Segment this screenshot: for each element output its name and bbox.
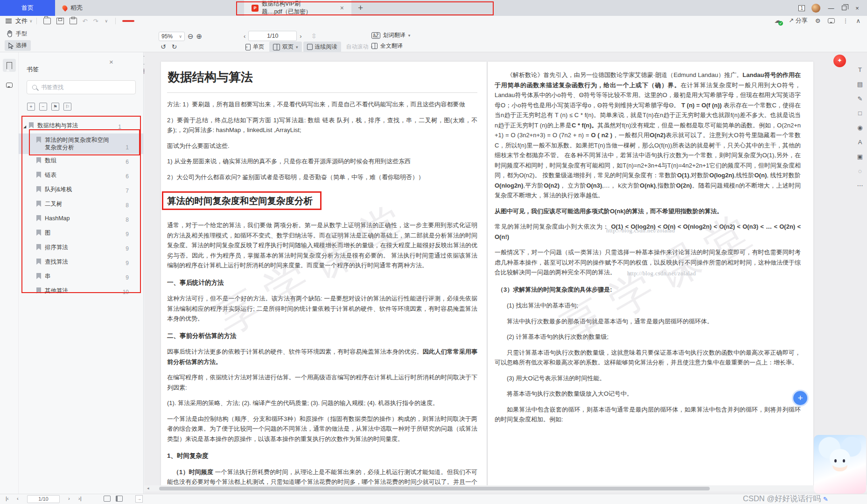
auto-scroll-icon[interactable]: ⇳: [311, 32, 317, 40]
redo-icon[interactable]: ↷: [93, 18, 98, 25]
bookmarks-panel-button[interactable]: [3, 59, 16, 72]
next-page-icon[interactable]: ›: [300, 33, 301, 40]
double-page-view-icon[interactable]: [116, 496, 123, 502]
bookmark-item[interactable]: ◢ 二叉树 8: [19, 197, 144, 212]
file-menu[interactable]: 文件∨: [15, 17, 33, 25]
full-translate-button[interactable]: 全文翻译: [371, 42, 403, 50]
bookmark-item[interactable]: ◢ 数据结构与算法 1: [19, 119, 144, 133]
save-icon[interactable]: [56, 18, 64, 24]
cloud-sync-icon[interactable]: ☁✓: [774, 16, 781, 25]
rotate-left-icon[interactable]: ↺: [161, 43, 166, 50]
menu-tab[interactable]: [178, 20, 190, 22]
next-page-button[interactable]: ›: [68, 496, 70, 501]
word-translate-button[interactable]: åŻ 划词翻译▾: [371, 31, 410, 39]
promo-badge-icon[interactable]: ✦: [833, 55, 846, 67]
toolbar-more-icon[interactable]: ∨: [105, 19, 108, 23]
status-page-input[interactable]: 1/10: [27, 495, 60, 503]
bookmark-item[interactable]: ◢ 队列&堆栈 7: [19, 183, 144, 197]
comments-panel-button[interactable]: [3, 78, 16, 91]
bookmark-item[interactable]: ◢ 查找算法 9: [19, 255, 144, 270]
user-avatar[interactable]: [811, 4, 820, 13]
open-file-icon[interactable]: [43, 18, 51, 24]
menu-tab[interactable]: [160, 20, 172, 22]
single-page-button[interactable]: ≡单页: [242, 42, 268, 52]
print-icon[interactable]: [70, 18, 77, 24]
tab-store[interactable]: 稻壳: [55, 0, 111, 16]
minimize-button[interactable]: —: [827, 5, 835, 12]
bookmark-item[interactable]: ◢ 图 9: [19, 226, 144, 241]
single-page-view-icon[interactable]: [104, 496, 111, 502]
image-tool-icon[interactable]: ▣: [855, 152, 865, 161]
collapse-ribbon-icon[interactable]: ∧: [856, 17, 860, 24]
pen-icon[interactable]: ✎: [855, 94, 865, 103]
sidebar-rail: [0, 52, 19, 494]
zoom-select[interactable]: 95%∨: [159, 32, 185, 41]
select-tool-button[interactable]: 选择: [5, 40, 31, 51]
highlighter-icon[interactable]: ▤: [855, 80, 865, 88]
stamp-icon[interactable]: ◉: [855, 123, 865, 132]
double-page-button[interactable]: 双页▾: [269, 42, 302, 52]
floating-plus-button[interactable]: +: [793, 391, 807, 405]
continuous-read-button[interactable]: 连续阅读: [303, 42, 341, 52]
scroll-left-icon[interactable]: ◂: [147, 485, 149, 491]
close-window-button[interactable]: ×: [853, 5, 861, 12]
bookmark-page-number: 1: [114, 144, 130, 151]
add-bookmark-icon[interactable]: ⚑: [51, 103, 59, 111]
restore-button[interactable]: [842, 6, 846, 10]
feedback-comment-icon[interactable]: [828, 18, 835, 23]
delete-bookmark-icon[interactable]: ⚐: [63, 103, 71, 111]
collapse-sidebar-button[interactable]: →: [135, 495, 143, 503]
more-tools-icon[interactable]: ⋯: [855, 181, 865, 189]
shape-icon[interactable]: □: [855, 109, 865, 117]
close-panel-icon[interactable]: ×: [109, 58, 113, 66]
bookmark-item[interactable]: ◢ 链表 6: [19, 168, 144, 183]
prev-page-button[interactable]: ‹: [17, 496, 19, 501]
undo-icon[interactable]: ↶: [83, 18, 88, 25]
bookmark-item[interactable]: ◢ 算法的时间复杂度和空间复杂度分析 1: [19, 133, 144, 154]
new-tab-button[interactable]: +: [351, 0, 370, 16]
menu-tab[interactable]: [216, 20, 228, 22]
menu-tab[interactable]: [197, 20, 209, 22]
tool-glyph: A: [858, 139, 862, 146]
menu-tab[interactable]: [122, 20, 134, 22]
bookmark-item[interactable]: ◢ 其他算法 10: [19, 284, 144, 299]
bookmark-item[interactable]: ◢ 数组 6: [19, 154, 144, 168]
window-list-button[interactable]: 1: [798, 5, 805, 11]
tab-document[interactable]: P 数据结构VIP刷题....pdf（已加密） ×: [244, 0, 351, 16]
tab-home[interactable]: 首页: [0, 0, 55, 16]
page-number-input[interactable]: 1/10: [248, 31, 297, 41]
bookmark-flag-icon: [36, 172, 41, 178]
first-page-button[interactable]: |‹: [6, 496, 9, 501]
horizontal-scrollbar[interactable]: ◂ ▸: [144, 485, 867, 491]
prev-page-icon[interactable]: ‹: [244, 33, 245, 40]
menu-tab[interactable]: [234, 20, 246, 22]
bookmark-page-number: 8: [114, 216, 130, 224]
expand-caret-icon[interactable]: ◢: [23, 123, 29, 131]
zoom-out-icon[interactable]: ⊖: [188, 32, 194, 41]
scrollbar-thumb[interactable]: [159, 487, 710, 490]
hand-tool-button[interactable]: 手型: [7, 30, 27, 38]
close-tab-icon[interactable]: ×: [340, 4, 344, 12]
share-button[interactable]: ↗ 分享: [789, 16, 808, 25]
comment-icon: [6, 83, 13, 88]
bookmark-item[interactable]: ◢ 串 9: [19, 270, 144, 284]
font-icon[interactable]: A: [855, 138, 865, 146]
cursor-icon: [8, 42, 14, 49]
more-vertical-icon[interactable]: ⋮: [842, 17, 848, 24]
hamburger-icon[interactable]: [6, 19, 12, 20]
expand-all-icon[interactable]: +: [27, 103, 35, 111]
eraser-icon[interactable]: ◌: [855, 167, 865, 175]
menu-tab[interactable]: [141, 20, 153, 22]
bookmark-search-input[interactable]: 书签查找: [27, 80, 136, 94]
bookmark-item[interactable]: ◢ HashMap 8: [19, 212, 144, 226]
collapse-all-icon[interactable]: −: [39, 103, 47, 111]
tool-glyph: ⋯: [857, 182, 863, 189]
zoom-in-icon[interactable]: ⊕: [196, 32, 203, 41]
bookmark-item[interactable]: ◢ 排序算法 9: [19, 241, 144, 255]
rotate-right-icon[interactable]: ↻: [172, 43, 177, 50]
settings-gear-icon[interactable]: ⚙: [815, 17, 821, 24]
book-icon: [371, 43, 378, 49]
last-page-button[interactable]: ›|: [78, 496, 82, 501]
document-area[interactable]: 数据结构与算法方法: 1）要刷题，所有题目都要写出来，不是看代码写出来，而是自己…: [144, 52, 867, 494]
text-tool-icon[interactable]: T: [855, 65, 865, 74]
